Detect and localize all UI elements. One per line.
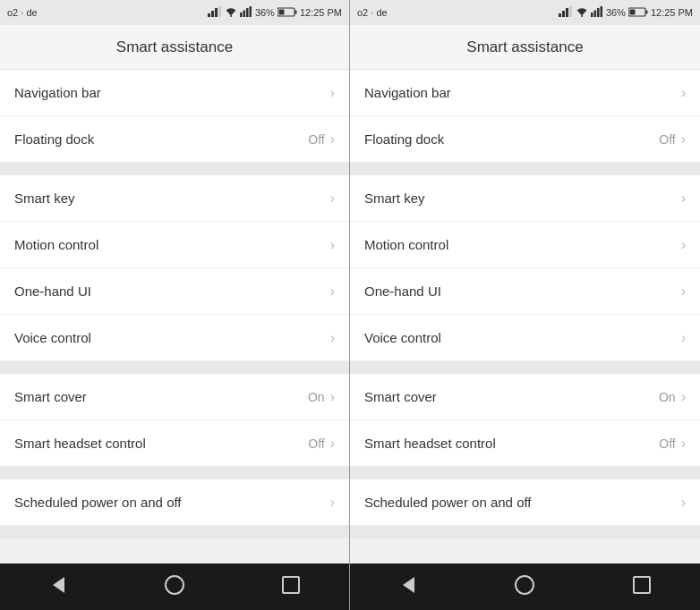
recents-icon	[282, 576, 300, 597]
chevron-right-icon: ›	[330, 191, 335, 207]
chevron-right-icon: ›	[330, 436, 335, 452]
list-item[interactable]: Smart key›	[0, 175, 349, 222]
status-icons: 36% 12:25 PM	[559, 6, 693, 19]
nav-back-button[interactable]	[386, 569, 431, 605]
chevron-right-icon: ›	[330, 85, 335, 101]
list-item[interactable]: Smart headset controlOff›	[350, 420, 700, 467]
svg-rect-19	[597, 8, 600, 17]
chevron-right-icon: ›	[330, 131, 335, 148]
svg-rect-13	[562, 11, 565, 17]
section-divider	[0, 163, 349, 175]
nav-home-button[interactable]	[502, 569, 547, 605]
item-label: Smart cover	[364, 389, 659, 404]
list-item[interactable]: Voice control›	[350, 315, 700, 361]
chevron-right-icon: ›	[681, 191, 686, 207]
list-item[interactable]: Floating dockOff›	[350, 116, 700, 163]
time-display: 12:25 PM	[300, 7, 342, 18]
signal-bars-icon	[559, 6, 573, 19]
list-item[interactable]: Voice control›	[0, 315, 349, 361]
list-item[interactable]: Smart headset controlOff›	[0, 420, 349, 467]
svg-rect-6	[243, 11, 245, 18]
settings-section-2: Smart coverOn›Smart headset controlOff›	[350, 374, 700, 467]
chevron-right-icon: ›	[330, 237, 335, 253]
battery-text: 36%	[255, 7, 275, 18]
svg-rect-22	[645, 10, 647, 13]
svg-point-16	[581, 15, 583, 17]
item-label: Floating dock	[14, 131, 308, 147]
item-label: Smart key	[364, 191, 681, 206]
svg-rect-2	[215, 8, 218, 17]
status-icons: 36% 12:25 PM	[208, 6, 342, 19]
svg-rect-15	[569, 6, 572, 17]
chevron-right-icon: ›	[681, 389, 686, 405]
item-label: One-hand UI	[364, 284, 681, 299]
svg-rect-20	[600, 6, 602, 17]
item-value: On	[659, 390, 676, 404]
list-item[interactable]: Scheduled power on and off›	[350, 479, 700, 526]
battery-text: 36%	[606, 7, 626, 18]
settings-section-0: Navigation bar›Floating dockOff›	[350, 70, 700, 163]
section-divider	[0, 361, 349, 374]
svg-rect-0	[208, 13, 210, 17]
chevron-right-icon: ›	[330, 284, 335, 300]
battery-icon	[628, 7, 648, 19]
item-value: On	[308, 390, 325, 404]
section-divider	[350, 163, 700, 175]
nav-recents-button[interactable]	[619, 569, 664, 605]
settings-section-3: Scheduled power on and off›	[350, 479, 700, 526]
item-value: Off	[308, 132, 324, 147]
phone-panel-left: o2 · de	[0, 0, 350, 610]
item-label: Motion control	[14, 237, 330, 252]
svg-rect-17	[591, 13, 593, 17]
settings-list: Navigation bar›Floating dockOff›Smart ke…	[0, 70, 349, 563]
item-label: One-hand UI	[14, 284, 330, 299]
home-icon	[515, 575, 534, 598]
item-value: Off	[308, 436, 324, 451]
item-label: Smart cover	[14, 389, 308, 404]
chevron-right-icon: ›	[330, 495, 335, 511]
item-label: Scheduled power on and off	[364, 495, 681, 510]
settings-section-3: Scheduled power on and off›	[0, 479, 349, 526]
nav-recents-button[interactable]	[269, 569, 313, 605]
list-item[interactable]: Smart coverOn›	[350, 374, 700, 420]
list-item[interactable]: Navigation bar›	[350, 70, 700, 116]
time-display: 12:25 PM	[651, 7, 693, 18]
chevron-right-icon: ›	[330, 389, 335, 405]
list-item[interactable]: Scheduled power on and off›	[0, 479, 349, 526]
wifi-icon	[576, 7, 588, 19]
chevron-right-icon: ›	[681, 330, 686, 346]
list-item[interactable]: One-hand UI›	[0, 268, 349, 315]
list-item[interactable]: Navigation bar›	[0, 70, 349, 116]
section-divider-final	[350, 526, 700, 538]
list-item[interactable]: Smart key›	[350, 175, 700, 222]
section-divider	[350, 467, 700, 479]
svg-rect-3	[218, 6, 221, 17]
list-item[interactable]: One-hand UI›	[350, 268, 700, 315]
nav-home-button[interactable]	[152, 569, 197, 605]
settings-section-0: Navigation bar›Floating dockOff›	[0, 70, 349, 163]
list-item[interactable]: Motion control›	[0, 222, 349, 268]
wifi-icon	[225, 7, 237, 19]
chevron-right-icon: ›	[681, 284, 686, 300]
section-divider	[0, 467, 349, 479]
list-item[interactable]: Motion control›	[350, 222, 700, 268]
status-carrier: o2 · de	[357, 7, 388, 18]
chevron-right-icon: ›	[681, 131, 686, 148]
section-divider-final	[0, 526, 349, 538]
item-label: Motion control	[364, 237, 681, 252]
settings-list: Navigation bar›Floating dockOff›Smart ke…	[350, 70, 700, 563]
svg-rect-5	[240, 13, 243, 17]
signal-strength-icon	[591, 6, 603, 19]
item-label: Scheduled power on and off	[14, 495, 330, 510]
item-label: Navigation bar	[364, 85, 681, 100]
list-item[interactable]: Floating dockOff›	[0, 116, 349, 163]
svg-point-4	[230, 15, 232, 17]
nav-back-button[interactable]	[36, 569, 81, 605]
list-item[interactable]: Smart coverOn›	[0, 374, 349, 420]
signal-strength-icon	[240, 6, 252, 19]
item-label: Voice control	[364, 330, 681, 345]
svg-rect-1	[211, 11, 214, 17]
item-label: Smart headset control	[14, 436, 308, 451]
signal-bars-icon	[208, 6, 222, 19]
back-icon	[403, 577, 414, 597]
